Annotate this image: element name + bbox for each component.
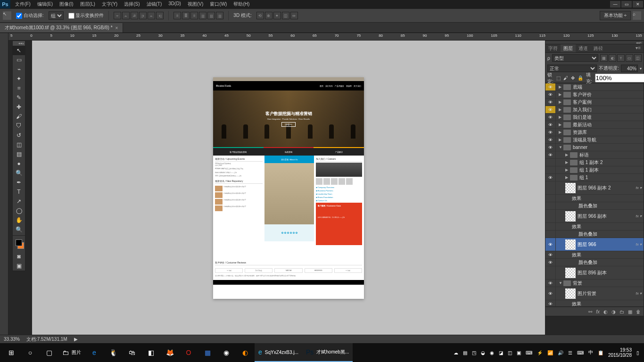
twisty-icon[interactable]: ▶ <box>565 160 570 165</box>
visibility-toggle-icon[interactable]: 👁 <box>545 151 556 158</box>
layer-row[interactable]: 👁▶组 1 <box>545 174 644 181</box>
visibility-toggle-icon[interactable]: 👁 <box>545 238 556 251</box>
doc-info[interactable]: 文档:7.52M/131.1M <box>26 336 67 343</box>
taskbar-firefox[interactable]: 🦊 <box>160 343 179 362</box>
distribute-icon[interactable]: ≣ <box>182 12 190 19</box>
layer-row[interactable]: 效果 <box>545 223 644 230</box>
lock-pos-icon[interactable]: ✥ <box>571 75 575 81</box>
twisty-icon[interactable]: ▶ <box>559 85 563 89</box>
lock-trans-icon[interactable]: ⬚ <box>556 75 561 81</box>
visibility-toggle-icon[interactable]: 👁 <box>545 259 556 266</box>
history-brush-tool[interactable]: ↺ <box>13 131 25 140</box>
tray-icon[interactable]: ▣ <box>517 350 521 355</box>
tab-character[interactable]: 字符 <box>545 44 561 52</box>
layer-name-label[interactable]: 顶端及导航 <box>573 137 644 143</box>
layer-name-label[interactable]: banner <box>573 145 644 150</box>
layer-row[interactable]: 👁效果 <box>545 251 644 259</box>
twisty-icon[interactable]: ▼ <box>559 281 563 285</box>
align-icon[interactable]: ⫞| <box>156 12 164 19</box>
auto-select-checkbox[interactable]: 自动选择: <box>16 12 44 19</box>
taskbar-photoshop[interactable]: Ps才斌homeb黑... <box>302 343 353 362</box>
fx-icon[interactable]: fx <box>596 309 600 314</box>
visibility-toggle-icon[interactable] <box>545 230 556 238</box>
hand-tool[interactable]: ✋ <box>13 215 25 225</box>
close-tab-icon[interactable]: × <box>116 25 118 31</box>
layer-row[interactable]: 👁▶客户评价 <box>545 91 644 99</box>
twisty-icon[interactable]: ▶ <box>565 175 570 180</box>
layer-name-label[interactable]: 组 1 <box>579 174 644 181</box>
maximize-button[interactable]: ▭ <box>621 1 632 8</box>
move-tool[interactable]: ↖ <box>13 46 25 55</box>
healing-tool[interactable]: ✚ <box>13 102 25 112</box>
twisty-icon[interactable]: ▼ <box>559 145 563 149</box>
twisty-icon[interactable]: ▶ <box>565 153 570 157</box>
layer-name-label[interactable]: 资源库 <box>573 129 644 136</box>
visibility-toggle-icon[interactable]: 👁 <box>545 106 556 113</box>
marquee-tool[interactable]: ▭ <box>13 55 25 65</box>
layer-name-label[interactable]: 效果 <box>572 223 644 230</box>
tab-channels[interactable]: 通道 <box>576 44 591 52</box>
layer-row[interactable]: 图层 966 副本fx ▾ <box>545 210 644 223</box>
eraser-tool[interactable]: ◫ <box>13 140 25 149</box>
distribute-icon[interactable]: ||| <box>207 12 215 19</box>
tray-icon[interactable]: 🔊 <box>558 350 563 355</box>
tray-icon[interactable]: ▤ <box>463 350 467 355</box>
distribute-icon[interactable]: ≡ <box>190 12 198 19</box>
taskbar-opera[interactable]: O <box>179 343 198 362</box>
layer-name-label[interactable]: 客户案例 <box>573 99 644 106</box>
twisty-icon[interactable]: ▶ <box>559 138 563 142</box>
visibility-toggle-icon[interactable]: 👁 <box>545 99 556 106</box>
layer-row[interactable]: 👁▶底端 <box>545 83 644 91</box>
auto-select-dropdown[interactable]: 组 <box>49 11 64 20</box>
adjustment-icon[interactable]: ◑ <box>611 309 616 314</box>
lock-all-icon[interactable]: 🔒 <box>578 75 583 81</box>
type-tool[interactable]: T <box>13 187 25 197</box>
notifications-icon[interactable]: ▯ <box>636 350 639 355</box>
panel-close-icon[interactable]: × <box>640 41 642 44</box>
fx-badge-icon[interactable]: fx ▾ <box>636 214 644 218</box>
fx-badge-icon[interactable]: fx ▾ <box>636 242 644 247</box>
layer-row[interactable]: 👁效果 <box>545 300 644 307</box>
filter-smart-icon[interactable]: ◫ <box>634 54 642 62</box>
visibility-toggle-icon[interactable]: 👁 <box>545 91 556 98</box>
filter-adjust-icon[interactable]: ◐ <box>609 54 616 62</box>
filter-kind-dropdown[interactable]: 类型 <box>552 54 598 62</box>
visibility-toggle-icon[interactable]: 👁 <box>545 83 556 90</box>
clock[interactable]: 19:53 2015/10/28 <box>608 347 632 358</box>
layer-name-label[interactable]: 颜色叠加 <box>578 259 644 266</box>
taskbar-app1[interactable]: ◧ <box>141 343 160 362</box>
distribute-icon[interactable]: ||| <box>199 12 206 19</box>
3d-icon[interactable]: ⊕ <box>265 12 272 19</box>
visibility-toggle-icon[interactable]: 👁 <box>545 114 556 121</box>
layer-name-label[interactable]: 标语 <box>579 152 644 158</box>
quickmask-tool[interactable]: ◙ <box>13 252 25 261</box>
trash-icon[interactable]: 🗑 <box>636 309 641 314</box>
tray-icon[interactable]: 中 <box>588 349 593 356</box>
search-icon[interactable]: ⌕ <box>633 11 641 20</box>
tray-icon[interactable]: 📶 <box>547 350 553 355</box>
visibility-toggle-icon[interactable] <box>545 159 556 166</box>
taskbar-app2[interactable]: ▦ <box>198 343 217 362</box>
tray-icon[interactable]: ☁ <box>454 350 458 355</box>
layer-name-label[interactable]: 我们是谁 <box>573 114 644 121</box>
layer-row[interactable]: 👁▼banner <box>545 144 644 151</box>
layer-name-label[interactable]: 图层 966 副本 <box>578 213 636 220</box>
layer-name-label[interactable]: 颜色叠加 <box>578 231 644 238</box>
layer-row[interactable]: 👁▶顶端及导航 <box>545 136 644 144</box>
tray-icon[interactable]: ◳ <box>472 350 476 355</box>
layer-name-label[interactable]: 效果 <box>572 195 644 202</box>
align-icon[interactable]: ⫠ <box>122 12 130 19</box>
lasso-tool[interactable]: ⌁ <box>13 65 25 74</box>
layer-row[interactable]: 👁图片背景fx ▾ <box>545 287 644 300</box>
tray-icon[interactable]: ☰ <box>568 350 572 355</box>
tray-icon[interactable]: ⌨ <box>526 350 532 355</box>
menu-edit[interactable]: 编辑(E) <box>35 0 55 8</box>
foreground-color[interactable] <box>16 239 22 246</box>
layer-row[interactable]: 颜色叠加 <box>545 230 644 238</box>
panel-menu-icon[interactable]: ▾≡ <box>633 44 644 52</box>
layer-name-label[interactable]: 加入我们 <box>573 107 644 113</box>
layers-list[interactable]: 👁▶底端👁▶客户评价👁▶客户案例👁▶加入我们👁▶我们是谁👁▶最新活动👁▶资源库👁… <box>545 83 644 307</box>
link-layers-icon[interactable]: ⚯ <box>588 309 592 314</box>
layer-row[interactable]: 👁▶标语 <box>545 151 644 159</box>
show-transform-checkbox[interactable]: 显示变换控件 <box>68 12 104 19</box>
